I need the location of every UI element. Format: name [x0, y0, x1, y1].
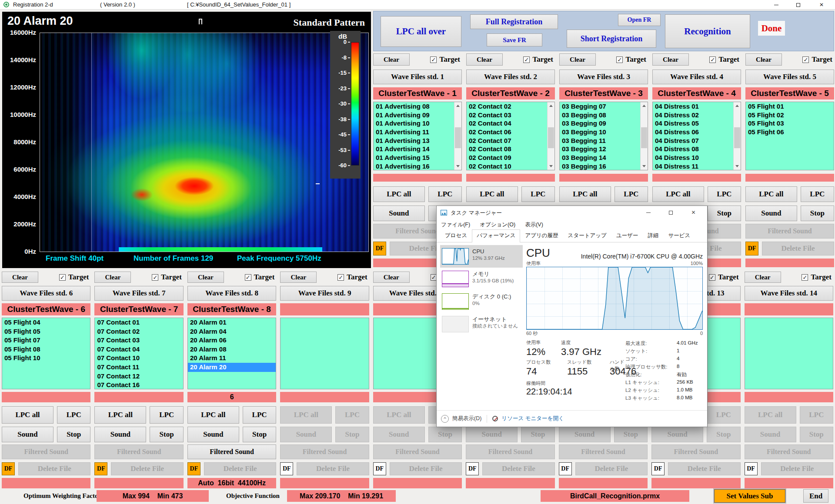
clear-button[interactable]: Clear: [559, 53, 596, 66]
lpc-all-button[interactable]: LPC all: [652, 186, 704, 202]
list-item[interactable]: 05 Flight 07: [2, 336, 90, 345]
scrollbar[interactable]: [640, 102, 648, 170]
lpc-all-button[interactable]: LPC all: [187, 406, 239, 424]
list-item[interactable]: 02 Contact 06: [467, 128, 554, 136]
sidebar-item-memory[interactable]: メモリ3.1/15.9 GB (19%): [440, 268, 523, 290]
stop-button[interactable]: Stop: [57, 427, 90, 442]
scroll-thumb[interactable]: [548, 127, 554, 148]
stop-button[interactable]: Stop: [801, 206, 834, 221]
wave-file-list[interactable]: 01 Advertising 0801 Advertising 0901 Adv…: [373, 102, 462, 170]
clear-button[interactable]: Clear: [373, 272, 410, 283]
delete-file-button[interactable]: Delete File: [762, 242, 834, 255]
df-button[interactable]: DF: [559, 462, 572, 475]
wave-files-std-button[interactable]: Wave Files std. 8: [187, 286, 276, 301]
filtered-sound-button[interactable]: Filtered Sound: [280, 444, 369, 459]
list-item[interactable]: 20 Alarm 06: [188, 336, 276, 345]
close-button[interactable]: ✕: [814, 0, 829, 10]
scroll-up-icon[interactable]: [548, 102, 554, 109]
delete-file-button[interactable]: Delete File: [668, 462, 740, 475]
wave-files-std-button[interactable]: Wave Files std. 5: [745, 70, 834, 84]
clear-button[interactable]: Clear: [187, 272, 224, 283]
clear-button[interactable]: Clear: [745, 272, 781, 283]
sound-button[interactable]: Sound: [2, 427, 53, 442]
list-item[interactable]: 07 Contact 16: [95, 381, 183, 389]
scroll-thumb[interactable]: [455, 127, 461, 148]
lpc-all-button[interactable]: LPC all: [373, 406, 425, 424]
list-item[interactable]: 02 Contact 08: [467, 145, 554, 153]
sidebar-item-ethernet[interactable]: イーサネット接続されていません: [440, 313, 523, 335]
sidebar-item-cpu[interactable]: CPU12% 3.97 GHz: [440, 245, 523, 268]
df-button[interactable]: DF: [745, 242, 758, 255]
lpc-button[interactable]: LPC: [615, 186, 648, 202]
list-item[interactable]: 04 Distress 02: [653, 111, 741, 119]
delete-file-button[interactable]: Delete File: [575, 462, 648, 475]
wave-file-list[interactable]: 03 Begging 0703 Begging 0803 Begging 090…: [559, 102, 648, 170]
sound-button[interactable]: Sound: [280, 427, 332, 442]
lpc-button[interactable]: LPC: [801, 186, 834, 202]
df-button[interactable]: DF: [94, 462, 107, 475]
df-button[interactable]: DF: [373, 242, 386, 255]
scroll-down-icon[interactable]: [734, 163, 741, 170]
list-item[interactable]: 03 Begging 07: [560, 102, 648, 111]
tab-パフォーマンス[interactable]: パフォーマンス: [472, 229, 520, 242]
target-checkbox[interactable]: Target: [337, 272, 367, 283]
filtered-sound-button[interactable]: Filtered Sound: [745, 444, 833, 459]
scrollbar[interactable]: [733, 102, 741, 170]
scrollbar[interactable]: [454, 102, 461, 170]
clear-button[interactable]: Clear: [94, 272, 131, 283]
list-item[interactable]: 07 Contact 11: [95, 363, 183, 372]
wave-file-list[interactable]: [280, 318, 369, 389]
tm-minimize-button[interactable]: [638, 206, 658, 219]
save-fr-button[interactable]: Save FR: [487, 33, 542, 46]
list-item[interactable]: 05 Flight 04: [2, 318, 90, 327]
lpc-all-button[interactable]: LPC all: [373, 186, 425, 202]
list-item[interactable]: 05 Flight 08: [2, 345, 90, 354]
scroll-thumb[interactable]: [734, 127, 740, 148]
delete-file-button[interactable]: Delete File: [482, 462, 554, 475]
end-button[interactable]: End: [803, 489, 828, 503]
list-item[interactable]: 20 Alarm 08: [188, 345, 276, 354]
df-button[interactable]: DF: [651, 462, 665, 475]
target-checkbox[interactable]: Target: [59, 272, 89, 283]
target-checkbox[interactable]: Target: [802, 272, 832, 283]
wave-file-list[interactable]: 02 Contact 0202 Contact 0302 Contact 040…: [466, 102, 555, 170]
filtered-sound-button[interactable]: Filtered Sound: [466, 444, 554, 459]
stop-button[interactable]: Stop: [150, 427, 183, 442]
list-item[interactable]: 02 Contact 03: [467, 111, 554, 119]
filtered-sound-button[interactable]: Filtered Sound: [559, 444, 648, 459]
sound-button[interactable]: Sound: [94, 427, 146, 442]
wave-files-std-button[interactable]: Wave Files std. 3: [559, 70, 648, 84]
lpc-button[interactable]: LPC: [57, 406, 90, 424]
scroll-up-icon[interactable]: [641, 102, 648, 109]
tab-スタートアップ[interactable]: スタートアップ: [563, 229, 611, 242]
target-checkbox[interactable]: Target: [245, 272, 275, 283]
list-item[interactable]: 07 Contact 10: [95, 354, 183, 363]
scroll-up-icon[interactable]: [454, 102, 461, 109]
list-item[interactable]: 01 Advertising 08: [374, 102, 461, 111]
sound-button[interactable]: Sound: [745, 427, 796, 442]
list-item[interactable]: 05 Flight 10: [2, 354, 90, 363]
list-item[interactable]: 04 Distress 08: [653, 145, 741, 153]
clear-button[interactable]: Clear: [745, 53, 782, 66]
open-fr-button[interactable]: Open FR: [618, 14, 661, 26]
wave-files-std-button[interactable]: Wave Files std. 2: [466, 70, 555, 84]
target-checkbox[interactable]: Target: [616, 53, 646, 66]
tab-サービス[interactable]: サービス: [663, 229, 695, 242]
clear-button[interactable]: Clear: [373, 53, 410, 66]
wave-file-list[interactable]: 20 Alarm 0120 Alarm 0420 Alarm 0620 Alar…: [187, 318, 276, 389]
minimize-button[interactable]: [769, 0, 784, 10]
list-item[interactable]: 05 Flight 03: [746, 119, 834, 128]
list-item[interactable]: 01 Advertising 09: [374, 111, 461, 119]
simple-view-button[interactable]: 簡易表示(D): [452, 415, 481, 422]
lpc-button[interactable]: LPC: [243, 406, 276, 424]
tab-ユーザー[interactable]: ユーザー: [611, 229, 643, 242]
delete-file-button[interactable]: Delete File: [390, 462, 462, 475]
list-item[interactable]: 01 Advertising 14: [374, 145, 461, 153]
list-item[interactable]: 04 Distress 05: [653, 119, 741, 128]
scroll-thumb[interactable]: [641, 127, 647, 148]
lpc-all-over-button[interactable]: LPC all over: [381, 16, 461, 47]
sound-button[interactable]: Sound: [651, 427, 703, 442]
target-checkbox[interactable]: Target: [430, 53, 460, 66]
list-item[interactable]: 01 Advertising 13: [374, 136, 461, 145]
wave-files-std-button[interactable]: Wave Files std. 7: [94, 286, 183, 301]
